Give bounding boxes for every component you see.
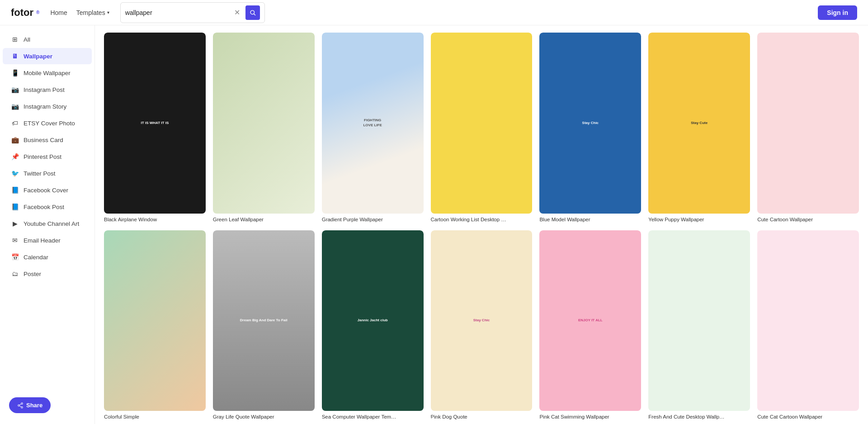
card-colorful-simple[interactable]: Colorful Simple [104, 230, 206, 421]
content-area: IT IS WHAT IT IS Black Airplane Window G… [95, 25, 868, 424]
card-title-gray-life: Gray Life Quote Wallpaper [213, 414, 315, 420]
sidebar-label-calendar: Calendar [24, 254, 48, 261]
sidebar-item-business-card[interactable]: 💼 Business Card [3, 132, 92, 148]
card-blue-model[interactable]: Stay Chic Blue Model Wallpaper [539, 33, 641, 223]
sidebar-item-facebook-post[interactable]: 📘 Facebook Post [3, 199, 92, 215]
card-cute-cartoon[interactable]: Cute Cartoon Wallpaper [757, 33, 859, 223]
sidebar-item-all[interactable]: ⊞ All [3, 31, 92, 48]
sidebar-icon-youtube-channel: ▶ [11, 219, 19, 228]
sidebar-icon-wallpaper: 🖥 [11, 52, 19, 60]
card-gray-life[interactable]: Dream Big And Dare To Fail Gray Life Quo… [213, 230, 315, 421]
sidebar-icon-business-card: 💼 [11, 136, 19, 144]
sidebar-icon-pinterest-post: 📌 [11, 152, 19, 161]
sidebar-label-youtube-channel: Youtube Channel Art [24, 220, 79, 227]
svg-line-6 [19, 404, 21, 405]
sidebar-item-pinterest-post[interactable]: 📌 Pinterest Post [3, 148, 92, 165]
sidebar-icon-instagram-post: 📷 [11, 86, 19, 94]
sidebar-icon-email-header: ✉ [11, 236, 19, 244]
card-green-leaf[interactable]: Green Leaf Wallpaper [213, 33, 315, 223]
card-sea-computer[interactable]: Jannic Jacht club Sea Computer Wallpaper… [322, 230, 424, 421]
sidebar-label-business-card: Business Card [24, 137, 63, 143]
card-title-yellow-puppy: Yellow Puppy Wallpaper [648, 216, 750, 223]
card-title-cartoon-work: Cartoon Working List Desktop … [431, 216, 533, 223]
svg-point-2 [21, 403, 23, 405]
sidebar-icon-poster: 🗂 [11, 270, 19, 278]
main-layout: ⊞ All 🖥 Wallpaper 📱 Mobile Wallpaper 📷 I… [0, 25, 868, 424]
sidebar-label-facebook-post: Facebook Post [24, 204, 64, 210]
sidebar-label-etsy-cover: ETSY Cover Photo [24, 120, 75, 127]
svg-point-3 [21, 406, 23, 408]
sidebar-item-mobile-wallpaper[interactable]: 📱 Mobile Wallpaper [3, 65, 92, 81]
sidebar-label-poster: Poster [24, 271, 41, 277]
sidebar-item-wallpaper[interactable]: 🖥 Wallpaper [3, 48, 92, 64]
card-image-colorful-simple [104, 230, 206, 411]
sidebar-item-youtube-channel[interactable]: ▶ Youtube Channel Art [3, 215, 92, 232]
card-image-green-leaf [213, 33, 315, 214]
sidebar-item-facebook-cover[interactable]: 📘 Facebook Cover [3, 182, 92, 198]
sidebar-label-facebook-cover: Facebook Cover [24, 187, 68, 194]
nav-home[interactable]: Home [50, 9, 67, 16]
svg-line-1 [254, 14, 255, 15]
sidebar-item-instagram-story[interactable]: 📷 Instagram Story [3, 98, 92, 114]
card-pink-cat[interactable]: ENJOY IT ALL Pink Cat Swimming Wallpaper [539, 230, 641, 421]
card-title-black-airplane: Black Airplane Window [104, 216, 206, 223]
card-title-cute-cat: Cute Cat Cartoon Wallpaper [757, 414, 859, 420]
sidebar-item-calendar[interactable]: 📅 Calendar [3, 249, 92, 265]
card-title-green-leaf: Green Leaf Wallpaper [213, 216, 315, 223]
card-black-airplane[interactable]: IT IS WHAT IT IS Black Airplane Window [104, 33, 206, 223]
sidebar-icon-etsy-cover: 🏷 [11, 119, 19, 127]
sidebar-item-poster[interactable]: 🗂 Poster [3, 266, 92, 282]
sidebar-icon-twitter-post: 🐦 [11, 169, 19, 177]
share-icon [17, 402, 24, 409]
sidebar-label-instagram-story: Instagram Story [24, 103, 66, 110]
nav-links: Home Templates ▾ [50, 9, 109, 16]
card-title-gradient-purple: Gradient Purple Wallpaper [322, 216, 424, 223]
card-image-pink-dog: Stay Chic [431, 230, 533, 411]
card-pink-dog[interactable]: Stay Chic Pink Dog Quote [431, 230, 533, 421]
card-title-fresh-cute: Fresh And Cute Desktop Wallp… [648, 414, 750, 420]
search-input[interactable] [125, 9, 231, 16]
search-button[interactable] [245, 5, 260, 20]
card-image-cute-cartoon [757, 33, 859, 214]
card-cute-cat[interactable]: Cute Cat Cartoon Wallpaper [757, 230, 859, 421]
card-title-pink-cat: Pink Cat Swimming Wallpaper [539, 414, 641, 420]
card-title-cute-cartoon: Cute Cartoon Wallpaper [757, 216, 859, 223]
card-image-yellow-puppy: Stay Cute [648, 33, 750, 214]
card-cartoon-work[interactable]: Cartoon Working List Desktop … [431, 33, 533, 223]
sidebar: ⊞ All 🖥 Wallpaper 📱 Mobile Wallpaper 📷 I… [0, 25, 95, 424]
card-image-black-airplane: IT IS WHAT IT IS [104, 33, 206, 214]
share-button[interactable]: Share [9, 397, 51, 413]
card-image-blue-model: Stay Chic [539, 33, 641, 214]
card-title-sea-computer: Sea Computer Wallpaper Tem… [322, 414, 424, 420]
card-yellow-puppy[interactable]: Stay Cute Yellow Puppy Wallpaper [648, 33, 750, 223]
card-image-pink-cat: ENJOY IT ALL [539, 230, 641, 411]
sidebar-icon-mobile-wallpaper: 📱 [11, 69, 19, 77]
card-gradient-purple[interactable]: FIGHTINGLOVE LIFE Gradient Purple Wallpa… [322, 33, 424, 223]
sidebar-item-email-header[interactable]: ✉ Email Header [3, 232, 92, 248]
card-image-cartoon-work [431, 33, 533, 214]
logo-text: fotor [11, 7, 33, 19]
clear-icon[interactable]: ✕ [234, 8, 240, 17]
sidebar-item-etsy-cover[interactable]: 🏷 ETSY Cover Photo [3, 115, 92, 131]
nav-templates[interactable]: Templates ▾ [76, 9, 109, 16]
sidebar-icon-calendar: 📅 [11, 253, 19, 261]
sidebar-icon-facebook-post: 📘 [11, 203, 19, 211]
share-label: Share [26, 402, 42, 409]
card-title-blue-model: Blue Model Wallpaper [539, 216, 641, 223]
template-grid: IT IS WHAT IT IS Black Airplane Window G… [104, 33, 859, 424]
sidebar-label-twitter-post: Twitter Post [24, 170, 56, 177]
card-fresh-cute[interactable]: Fresh And Cute Desktop Wallp… [648, 230, 750, 421]
logo-registered: ® [36, 10, 39, 15]
sidebar-item-instagram-post[interactable]: 📷 Instagram Post [3, 81, 92, 98]
search-bar: ✕ [120, 2, 265, 23]
signin-button[interactable]: Sign in [818, 5, 857, 20]
card-image-cute-cat [757, 230, 859, 411]
card-image-sea-computer: Jannic Jacht club [322, 230, 424, 411]
sidebar-label-email-header: Email Header [24, 237, 61, 244]
logo[interactable]: fotor® [11, 7, 39, 19]
header: fotor® Home Templates ▾ ✕ Sign in [0, 0, 868, 25]
sidebar-icon-all: ⊞ [11, 35, 19, 43]
sidebar-icon-facebook-cover: 📘 [11, 186, 19, 194]
sidebar-item-twitter-post[interactable]: 🐦 Twitter Post [3, 165, 92, 181]
card-title-colorful-simple: Colorful Simple [104, 414, 206, 420]
